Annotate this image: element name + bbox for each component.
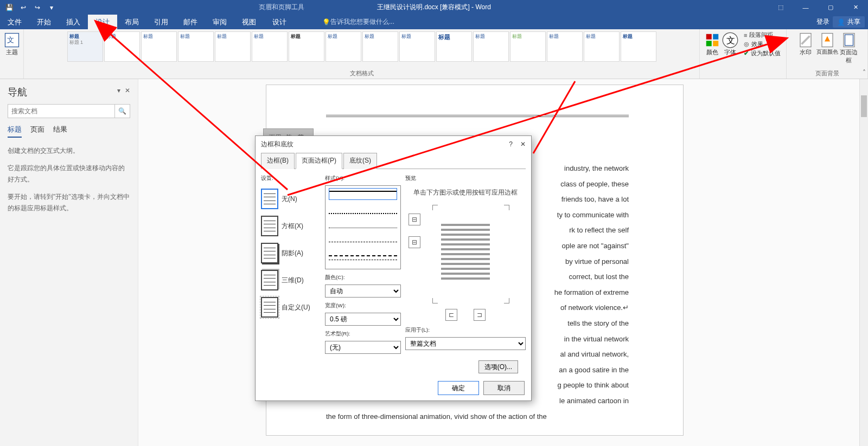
preview-area[interactable]: ⊟ ⊟	[405, 203, 526, 306]
style-thumb[interactable]: 标题	[399, 31, 435, 62]
setting-column: 设置: 无(N) 方框(X) 阴影(A) 三维(D) 自定义(U)	[261, 174, 321, 385]
tab-tool-design[interactable]: 设计	[255, 15, 304, 29]
set-default-button[interactable]: ✔ 设为默认值	[742, 49, 783, 58]
edge-top-button[interactable]: ⊟	[409, 214, 420, 225]
tab-references[interactable]: 引用	[146, 15, 176, 29]
dialog-title: 边框和底纹	[261, 140, 293, 149]
save-icon[interactable]: 💾	[3, 2, 15, 14]
navigation-pane: 导航 ▾ ✕ 🔍 标题 页面 结果 创建文档的交互式大纲。 它是跟踪您的具体位置…	[0, 79, 138, 446]
ok-button[interactable]: 确定	[438, 381, 479, 395]
login-link[interactable]: 登录	[816, 17, 829, 27]
dialog-help-icon[interactable]: ?	[509, 140, 513, 148]
ribbon-tabs: 文件 开始 插入 设计 布局 引用 邮件 审阅 视图 设计 💡 告诉我您想要做什…	[0, 15, 868, 29]
tab-insert[interactable]: 插入	[59, 15, 88, 29]
nav-tab-headings[interactable]: 标题	[8, 125, 22, 138]
options-button[interactable]: 选项(O)...	[478, 360, 518, 373]
style-thumb[interactable]: 标题	[141, 31, 177, 62]
style-label: 样式(Y):	[325, 174, 401, 182]
colors-button[interactable]: 颜色	[703, 30, 722, 58]
art-select[interactable]: (无)	[325, 341, 401, 354]
setting-none[interactable]: 无(N)	[261, 189, 321, 209]
edge-left-button[interactable]: ⊏	[445, 309, 457, 321]
ribbon-display-options-icon[interactable]: ⬚	[768, 0, 793, 15]
nav-tab-results[interactable]: 结果	[53, 125, 67, 138]
setting-custom[interactable]: 自定义(U)	[261, 297, 321, 318]
style-thumb[interactable]: 标题	[252, 31, 288, 62]
style-thumb[interactable]: 标题	[510, 31, 546, 62]
width-select[interactable]: 0.5 磅	[325, 313, 401, 326]
width-label: 宽度(W):	[325, 302, 401, 309]
edge-right-button[interactable]: ⊐	[474, 309, 486, 321]
qat-more-icon[interactable]: ▾	[46, 2, 58, 14]
edge-bottom-button[interactable]: ⊟	[409, 236, 420, 248]
titlebar: 💾 ↩ ↪ ▾ 页眉和页脚工具 王继民设计说明.docx [兼容模式] - Wo…	[0, 0, 868, 15]
borders-shading-dialog: 边框和底纹 ? ✕ 边框(B) 页面边框(P) 底纹(S) 设置: 无(N) 方…	[255, 135, 532, 401]
undo-icon[interactable]: ↩	[17, 2, 29, 14]
effects-button[interactable]: ◎ 效果	[742, 40, 783, 49]
share-button[interactable]: 👤 共享	[833, 16, 865, 28]
nav-tab-pages[interactable]: 页面	[30, 125, 44, 138]
colors-icon	[704, 32, 720, 48]
setting-3d[interactable]: 三维(D)	[261, 270, 321, 290]
style-thumb[interactable]: 标题标题 1	[67, 31, 103, 62]
group-page-background: 水印 页面颜色 页面边框 页面背景	[787, 29, 868, 79]
window-controls: ⬚ — ▢ ✕	[768, 0, 868, 15]
setting-box[interactable]: 方框(X)	[261, 216, 321, 236]
close-window-icon[interactable]: ✕	[843, 0, 868, 15]
style-thumb[interactable]: 标题	[584, 31, 620, 62]
fonts-button[interactable]: 文字体	[722, 30, 740, 58]
setting-label: 设置:	[261, 174, 321, 182]
setting-shadow[interactable]: 阴影(A)	[261, 243, 321, 263]
cancel-button[interactable]: 取消	[483, 381, 525, 395]
group-formatting-2: 颜色 文字体 ≡ 段落间距 ◎ 效果 ✔ 设为默认值	[700, 29, 787, 79]
nav-dropdown-icon[interactable]: ▾	[117, 87, 120, 94]
search-input[interactable]	[8, 105, 114, 118]
tab-layout[interactable]: 布局	[117, 15, 146, 29]
page-borders-button[interactable]: 页面边框	[838, 30, 860, 64]
themes-icon: 文	[4, 32, 20, 48]
style-thumb[interactable]: 标题	[473, 31, 509, 62]
style-thumb[interactable]: 标题	[289, 31, 324, 62]
style-thumb[interactable]: 标题	[436, 31, 472, 62]
tab-file[interactable]: 文件	[0, 15, 29, 29]
maximize-icon[interactable]: ▢	[818, 0, 843, 15]
style-thumb[interactable]: 标题	[621, 31, 656, 62]
dlg-tab-borders[interactable]: 边框(B)	[261, 153, 295, 169]
quick-access-toolbar: 💾 ↩ ↪ ▾	[0, 2, 58, 14]
themes-button[interactable]: 文 主题	[1, 30, 23, 56]
color-select[interactable]: 自动	[325, 285, 401, 298]
paragraph-spacing-button[interactable]: ≡ 段落间距	[742, 30, 783, 40]
dlg-tab-page-border[interactable]: 页面边框(P)	[296, 153, 342, 169]
style-thumb[interactable]: 标题	[326, 31, 361, 62]
vertical-scrollbar[interactable]	[859, 79, 868, 446]
apply-to-label: 应用于(L):	[405, 326, 526, 334]
collapse-ribbon-icon[interactable]: ˄	[863, 69, 866, 76]
preview-column: 预览 单击下方图示或使用按钮可应用边框 ⊟ ⊟ ⊏ ⊐ 应用于(L):	[405, 174, 526, 385]
style-thumb[interactable]: 标题	[547, 31, 583, 62]
page-color-button[interactable]: 页面颜色	[816, 30, 838, 64]
nav-tabs: 标题 页面 结果	[8, 125, 130, 138]
minimize-icon[interactable]: —	[793, 0, 818, 15]
style-column: 样式(Y): 颜色(C): 自动 宽度(W): 0.5 磅 艺术型(R): (无…	[325, 174, 401, 385]
style-thumb[interactable]: 标题	[215, 31, 251, 62]
apply-to-select[interactable]: 整篇文档	[405, 337, 526, 350]
style-thumb[interactable]: 标题	[362, 31, 398, 62]
tell-me-input[interactable]: 💡 告诉我您想要做什么...	[315, 15, 402, 29]
svg-rect-3	[713, 34, 718, 40]
ribbon: 文 主题 标题标题 1 标题 标题 标题 标题 标题 标题 标题 标题 标题 标…	[0, 29, 868, 79]
tab-mailings[interactable]: 邮件	[176, 15, 205, 29]
style-listbox[interactable]	[325, 185, 401, 269]
tab-home[interactable]: 开始	[29, 15, 59, 29]
watermark-button[interactable]: 水印	[795, 30, 816, 64]
group-label: 页面背景	[815, 69, 839, 77]
nav-close-icon[interactable]: ✕	[125, 87, 130, 94]
style-thumb[interactable]: 标题	[104, 31, 140, 62]
style-thumb[interactable]: 标题	[178, 31, 214, 62]
redo-icon[interactable]: ↪	[31, 2, 43, 14]
style-set-gallery[interactable]: 标题标题 1 标题 标题 标题 标题 标题 标题 标题 标题 标题 标题 标题 …	[66, 30, 658, 68]
dlg-tab-shading[interactable]: 底纹(S)	[343, 153, 377, 169]
tab-review[interactable]: 审阅	[205, 15, 234, 29]
search-icon[interactable]: 🔍	[114, 105, 130, 118]
dialog-close-icon[interactable]: ✕	[520, 140, 526, 148]
tab-design[interactable]: 设计	[88, 15, 117, 29]
